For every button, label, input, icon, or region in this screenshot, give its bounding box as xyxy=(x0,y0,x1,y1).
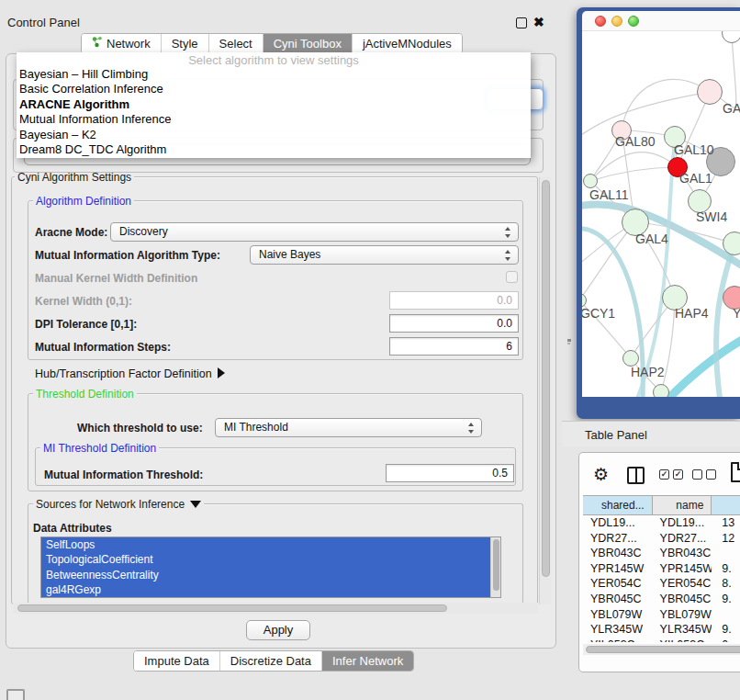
table-row[interactable]: YER054C YER054C 8. xyxy=(583,576,740,592)
cell-shared-name: YER054C xyxy=(583,576,653,592)
algorithm-option-bayesian-k2[interactable]: Bayesian – K2 xyxy=(17,128,531,142)
dpi-tolerance-field[interactable]: 0.0 xyxy=(389,314,519,333)
cell-shared-name: YIL053C xyxy=(583,638,653,642)
checked-box-icon: ✓ xyxy=(659,469,669,480)
aracne-mode-combobox[interactable]: Discovery xyxy=(110,222,519,242)
spinner-arrows-icon xyxy=(505,227,511,238)
minimized-panel-icon[interactable] xyxy=(6,689,25,700)
attribute-list-item[interactable]: SelfLoops xyxy=(41,537,500,552)
cell-name: YIL053C xyxy=(653,638,712,642)
manual-kernel-width-checkbox[interactable] xyxy=(506,271,518,283)
hub-definition-label: Hub/Transcription Factor Definition xyxy=(35,367,212,380)
network-node-swi4[interactable] xyxy=(723,231,740,255)
data-attributes-list[interactable]: SelfLoopsTopologicalCoefficientBetweenne… xyxy=(40,536,501,598)
tab-cyni-toolbox[interactable]: Cyni Toolbox xyxy=(263,34,353,53)
cell-name: YLR345W xyxy=(653,622,712,638)
which-threshold-value: MI Threshold xyxy=(224,421,288,434)
table-row[interactable]: YDR27... YDR27... 12 xyxy=(583,531,740,547)
minimize-traffic-light-icon[interactable] xyxy=(611,16,622,27)
column-header-name[interactable]: name xyxy=(653,496,712,514)
table-row[interactable]: YPR145W YPR145W 9. xyxy=(583,561,740,577)
apply-button[interactable]: Apply xyxy=(246,620,310,640)
node-label-gal: GAL xyxy=(723,101,740,116)
column-header-partial[interactable] xyxy=(712,496,740,514)
table-row[interactable]: YDL19... YDL19... 13 xyxy=(583,515,740,531)
deselect-all-checkboxes-icon[interactable] xyxy=(692,469,716,480)
column-layout-icon[interactable] xyxy=(627,467,645,484)
network-canvas[interactable]: GAL GAL80 GAL10 GAL1 GAL11 SWI4 GAL4 GCY… xyxy=(582,31,740,397)
mi-steps-field[interactable]: 6 xyxy=(389,337,519,356)
spinner-arrows-icon xyxy=(468,423,475,434)
gear-icon[interactable]: ⚙ xyxy=(593,464,609,485)
panel-splitter-handle[interactable] xyxy=(566,338,572,346)
network-window-titlebar[interactable] xyxy=(582,11,740,31)
data-attributes-label: Data Attributes xyxy=(33,522,112,535)
mi-threshold-label: Mutual Information Threshold: xyxy=(44,469,203,481)
spinner-arrows-icon xyxy=(505,250,511,261)
tab-infer-network[interactable]: Infer Network xyxy=(322,651,413,671)
network-node[interactable] xyxy=(653,384,669,397)
aracne-mode-label: Aracne Mode: xyxy=(35,226,107,239)
tab-network[interactable]: Network xyxy=(82,34,162,53)
algorithm-definition-title: Algorithm Definition xyxy=(33,195,134,208)
cell-shared-name: YDL19... xyxy=(583,515,653,531)
cell-name: YPR145W xyxy=(653,561,712,577)
file-icon[interactable] xyxy=(731,462,740,482)
table-row[interactable]: YLR345W YLR345W 9. xyxy=(583,622,740,638)
settings-vertical-scrollbar-thumb[interactable] xyxy=(542,180,550,577)
table-row[interactable]: YBR043C YBR043C xyxy=(583,546,740,561)
algorithm-option-aracne[interactable]: ARACNE Algorithm xyxy=(17,97,531,112)
attribute-list-item[interactable]: TopologicalCoefficient xyxy=(41,552,500,567)
sources-toggle[interactable]: Sources for Network Inference xyxy=(33,498,204,511)
settings-horizontal-scrollbar-thumb[interactable] xyxy=(17,604,447,612)
attributes-scrollbar-thumb[interactable] xyxy=(493,539,499,591)
select-all-checkboxes-icon[interactable]: ✓ ✓ xyxy=(659,469,683,480)
node-label-y: Y xyxy=(733,306,740,321)
tab-impute-data[interactable]: Impute Data xyxy=(134,651,220,671)
application-root: Control Panel ✖ Network Style Select Cyn… xyxy=(0,0,740,700)
close-icon[interactable]: ✖ xyxy=(533,15,544,29)
mi-algorithm-type-combobox[interactable]: Naive Bayes xyxy=(250,245,519,265)
attribute-list-item[interactable]: BetweennessCentrality xyxy=(41,568,500,582)
table-panel-card: ⚙ ✓ ✓ shared... name YDL19... YDL19... 1… xyxy=(578,452,740,672)
table-row[interactable]: YBR045C YBR045C 9. xyxy=(583,592,740,607)
node-label-swi4: SWI4 xyxy=(696,209,727,224)
algorithm-option-dream8[interactable]: Dream8 DC_TDC Algorithm xyxy=(17,142,531,157)
cell-value: 9. xyxy=(712,561,740,577)
tab-discretize-data[interactable]: Discretize Data xyxy=(220,651,322,671)
attribute-list-item[interactable]: gal4RGexp xyxy=(41,582,500,597)
tab-infer-network-label: Infer Network xyxy=(332,651,403,671)
tab-select[interactable]: Select xyxy=(209,34,263,53)
node-label-gal4: GAL4 xyxy=(635,231,668,246)
float-window-icon[interactable] xyxy=(516,17,527,28)
tab-jactivemnodules[interactable]: jActiveMNodules xyxy=(353,34,462,53)
cell-value: 9. xyxy=(712,592,740,607)
algorithm-option-mutual-information[interactable]: Mutual Information Inference xyxy=(17,112,531,127)
mi-threshold-field[interactable]: 0.5 xyxy=(386,464,514,482)
table-row[interactable]: YIL053C YIL053C 0 xyxy=(583,638,740,642)
table-horizontal-scrollbar[interactable] xyxy=(583,644,740,655)
settings-horizontal-scrollbar[interactable] xyxy=(13,603,538,614)
cell-value: 12 xyxy=(712,531,740,547)
table-horizontal-scrollbar-thumb[interactable] xyxy=(586,646,740,653)
kernel-width-field[interactable]: 0.0 xyxy=(389,291,519,310)
hub-definition-toggle[interactable]: Hub/Transcription Factor Definition xyxy=(35,367,225,380)
algorithm-option-basic-correlation[interactable]: Basic Correlation Inference xyxy=(17,82,531,96)
tab-style[interactable]: Style xyxy=(162,34,209,53)
checked-box-icon: ✓ xyxy=(673,469,683,480)
network-node-gal11[interactable] xyxy=(583,174,598,188)
which-threshold-combobox[interactable]: MI Threshold xyxy=(215,418,482,437)
zoom-traffic-light-icon[interactable] xyxy=(628,16,639,27)
cell-name: YBL079W xyxy=(653,607,712,623)
kernel-width-label: Kernel Width (0,1): xyxy=(35,295,132,308)
cell-shared-name: YDR27... xyxy=(583,531,653,547)
algorithm-option-bayesian-hill-climbing[interactable]: Bayesian – Hill Climbing xyxy=(17,67,531,82)
cell-shared-name: YBL079W xyxy=(583,607,653,623)
network-node-pink[interactable] xyxy=(697,79,723,105)
attributes-scrollbar[interactable] xyxy=(490,537,500,597)
close-traffic-light-icon[interactable] xyxy=(595,16,606,27)
cell-name: YBR043C xyxy=(653,546,712,561)
settings-vertical-scrollbar[interactable] xyxy=(539,177,551,604)
table-row[interactable]: YBL079W YBL079W xyxy=(583,607,740,623)
column-header-shared-name[interactable]: shared... xyxy=(583,496,653,514)
